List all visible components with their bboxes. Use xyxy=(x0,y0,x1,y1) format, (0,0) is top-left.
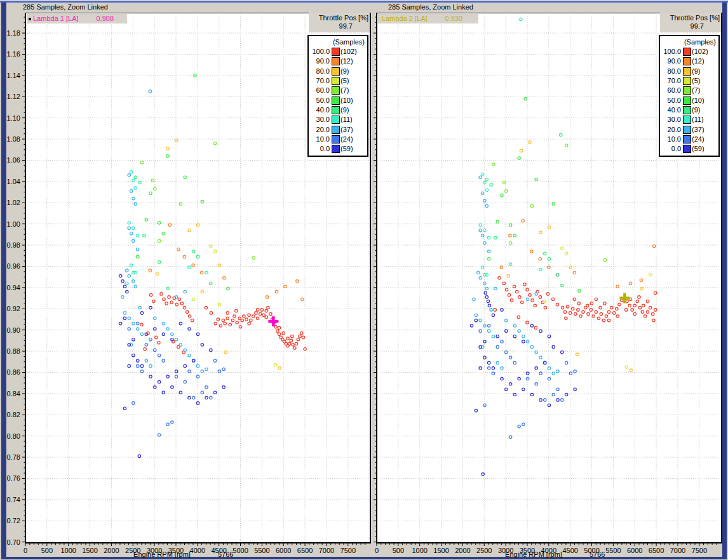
legend-value: 50.0 xyxy=(660,96,681,105)
y-tick-label: 1.08 xyxy=(7,135,20,143)
legend-color-swatch xyxy=(683,86,691,95)
y-tick-label: 0.88 xyxy=(7,347,20,355)
trace-chip-lambda2[interactable]: Lambda 2 [LA] 0.930 xyxy=(378,14,478,23)
chart-panel-lambda2: 285 Samples, Zoom Linked 050010001500200… xyxy=(372,3,722,557)
y-tick-label: 0.82 xyxy=(7,411,20,418)
legend-row[interactable]: 60.0(7) xyxy=(309,86,367,95)
legend-row[interactable]: 90.0(12) xyxy=(660,57,718,66)
legend-row[interactable]: 100.0(102) xyxy=(660,47,718,57)
legend-row[interactable]: 30.0(11) xyxy=(660,115,718,124)
trace-chip-lambda1[interactable]: Lambda 1 [LA] 0.908 xyxy=(27,14,127,23)
legend-color-swatch xyxy=(683,48,691,56)
legend-color-swatch xyxy=(683,106,691,114)
legend-row[interactable]: 20.0(37) xyxy=(309,124,367,134)
window-left-border xyxy=(1,3,6,557)
legend-count: (37) xyxy=(340,125,353,135)
legend-samples-label: (Samples) xyxy=(660,37,718,47)
x-tick-label: 5500 xyxy=(254,547,269,553)
x-tick-label: 7000 xyxy=(319,547,334,553)
trace-label: Lambda 2 [LA] xyxy=(382,14,428,23)
legend-color-swatch xyxy=(332,48,340,56)
legend-color-swatch xyxy=(683,116,691,124)
legend-row[interactable]: 100.0(102) xyxy=(309,47,367,57)
y-tick-label: 0.92 xyxy=(7,305,20,312)
x-tick-label: 1000 xyxy=(60,547,76,553)
legend-value: 80.0 xyxy=(660,67,681,76)
legend-samples-label: (Samples) xyxy=(309,37,367,47)
chart-panel-lambda1: 285 Samples, Zoom Linked 050010001500200… xyxy=(6,3,370,557)
legend-value: 60.0 xyxy=(309,86,330,95)
y-tick-label: 1.06 xyxy=(7,156,20,164)
legend-row[interactable]: 70.0(5) xyxy=(309,76,367,86)
legend-count: (24) xyxy=(340,135,353,144)
legend-color-swatch xyxy=(683,97,691,105)
y-tick-label: 0.96 xyxy=(7,262,20,270)
y-tick-label: 1.16 xyxy=(7,50,20,58)
y-tick-label: 0.98 xyxy=(7,241,20,249)
legend-row[interactable]: 70.0(5) xyxy=(660,76,718,86)
legend-header-lambda2: Throttle Pos [%] 99.7 xyxy=(660,13,721,32)
legend-row[interactable]: 10.0(24) xyxy=(309,135,367,144)
legend-header-value: 99.7 xyxy=(660,22,721,30)
legend-color-swatch xyxy=(332,67,340,76)
legend-color-swatch xyxy=(683,67,691,76)
legend-value: 0.0 xyxy=(309,144,330,154)
legend-count: (12) xyxy=(340,57,353,66)
legend-count: (9) xyxy=(340,67,349,76)
x-tick-label: 6500 xyxy=(649,547,664,553)
y-tick-label: 1.00 xyxy=(7,220,20,228)
legend-row[interactable]: 20.0(37) xyxy=(660,124,718,134)
legend-color-swatch xyxy=(332,106,340,114)
legend-value: 60.0 xyxy=(660,86,681,95)
legend-row[interactable]: 80.0(9) xyxy=(660,67,718,76)
trace-cursor-value: 0.930 xyxy=(445,14,463,23)
y-tick-label: 0.76 xyxy=(7,474,20,482)
legend-header-title: Throttle Pos [%] xyxy=(660,13,721,22)
legend-count: (12) xyxy=(692,57,704,66)
legend-value: 90.0 xyxy=(309,57,330,66)
legend-value: 70.0 xyxy=(660,76,681,86)
y-tick-label: 0.90 xyxy=(7,326,20,334)
y-tick-label: 0.84 xyxy=(7,390,20,397)
legend-row[interactable]: 40.0(9) xyxy=(309,105,367,115)
y-tick-label: 1.04 xyxy=(7,178,20,185)
legend-value: 100.0 xyxy=(309,47,330,57)
legend-row[interactable]: 80.0(9) xyxy=(309,67,367,76)
x-tick-label: 500 xyxy=(393,547,404,553)
y-tick-label: 0.72 xyxy=(7,517,20,524)
legend-value: 100.0 xyxy=(660,47,681,57)
legend-row[interactable]: 50.0(10) xyxy=(309,95,367,105)
y-tick-label: 0.78 xyxy=(7,453,20,461)
legend-value: 40.0 xyxy=(309,105,330,115)
legend-color-swatch xyxy=(332,57,340,65)
legend-value: 40.0 xyxy=(660,105,681,115)
x-tick-label: 2000 xyxy=(455,547,470,553)
x-tick-label: 7500 xyxy=(340,547,356,553)
legend-header-lambda1: Throttle Pos [%] 99.7 xyxy=(309,13,370,32)
legend-row[interactable]: 50.0(10) xyxy=(660,95,718,105)
legend-value: 0.0 xyxy=(660,144,681,154)
legend-row[interactable]: 10.0(24) xyxy=(660,135,718,144)
legend-row[interactable]: 0.0(59) xyxy=(309,144,367,154)
window-right-border xyxy=(722,3,727,557)
legend-color-swatch xyxy=(683,77,691,85)
legend-row[interactable]: 0.0(59) xyxy=(660,144,718,154)
legend-color-swatch xyxy=(332,126,340,134)
legend-header-value: 99.7 xyxy=(309,22,370,30)
y-tick-label: 0.80 xyxy=(7,432,20,440)
window-bottom-border xyxy=(1,557,727,559)
legend-row[interactable]: 60.0(7) xyxy=(660,86,718,95)
legend-count: (11) xyxy=(692,115,704,124)
legend-count: (7) xyxy=(340,86,349,95)
legend-count: (59) xyxy=(340,144,353,154)
legend-value: 30.0 xyxy=(660,115,681,124)
legend-count: (10) xyxy=(692,96,704,105)
trace-cursor-value: 0.908 xyxy=(97,14,114,23)
x-tick-label: 2000 xyxy=(104,547,119,553)
legend-row[interactable]: 90.0(12) xyxy=(309,57,367,66)
x-tick-label: 7500 xyxy=(692,547,707,553)
legend-row[interactable]: 40.0(9) xyxy=(660,105,718,115)
legend-row[interactable]: 30.0(11) xyxy=(309,115,367,124)
legend-color-swatch xyxy=(683,135,691,143)
legend-count: (7) xyxy=(692,86,700,95)
